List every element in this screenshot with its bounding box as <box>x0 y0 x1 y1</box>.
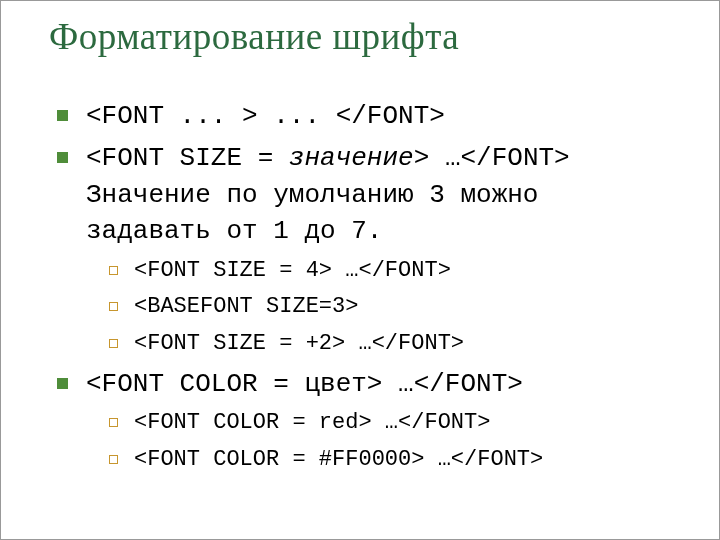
code-text: <FONT ... > ... </FONT> <box>86 98 445 134</box>
list-item: <FONT SIZE = значение> …</FONT> Значение… <box>57 140 671 249</box>
list-item: <FONT COLOR = цвет> …</FONT> <box>57 366 671 402</box>
list-item: <FONT COLOR = red> …</FONT> <box>109 408 671 439</box>
code-part: <FONT SIZE = <box>86 143 289 173</box>
square-bullet-icon <box>57 152 68 163</box>
code-text: <FONT SIZE = 4> …</FONT> <box>134 256 451 287</box>
list-item: <BASEFONT SIZE=3> <box>109 292 671 323</box>
code-text: <FONT SIZE = +2> …</FONT> <box>134 329 464 360</box>
square-outline-icon <box>109 266 118 275</box>
square-outline-icon <box>109 339 118 348</box>
slide-title: Форматирование шрифта <box>49 15 671 58</box>
square-outline-icon <box>109 302 118 311</box>
square-outline-icon <box>109 418 118 427</box>
square-outline-icon <box>109 455 118 464</box>
slide: Форматирование шрифта <FONT ... > ... </… <box>0 0 720 540</box>
list-item: <FONT SIZE = 4> …</FONT> <box>109 256 671 287</box>
code-text: <FONT SIZE = значение> …</FONT> Значение… <box>86 140 671 249</box>
list-item: <FONT COLOR = #FF0000> …</FONT> <box>109 445 671 476</box>
code-italic: значение <box>289 143 414 173</box>
code-text: <FONT COLOR = #FF0000> …</FONT> <box>134 445 543 476</box>
square-bullet-icon <box>57 378 68 389</box>
list-item: <FONT SIZE = +2> …</FONT> <box>109 329 671 360</box>
square-bullet-icon <box>57 110 68 121</box>
code-text: <FONT COLOR = red> …</FONT> <box>134 408 490 439</box>
list-item: <FONT ... > ... </FONT> <box>57 98 671 134</box>
code-text: <FONT COLOR = цвет> …</FONT> <box>86 366 523 402</box>
code-text: <BASEFONT SIZE=3> <box>134 292 358 323</box>
